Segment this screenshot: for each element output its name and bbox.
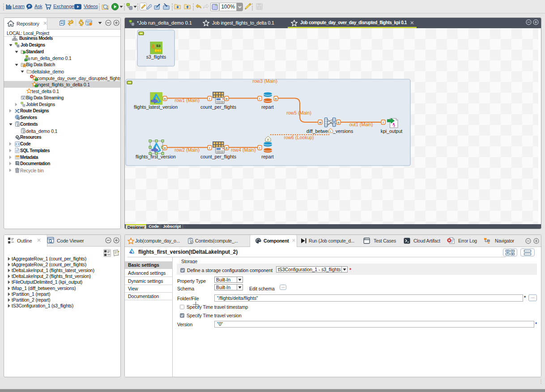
svg-text:row1 (Main): row1 (Main) bbox=[175, 98, 199, 103]
svg-text:i: i bbox=[260, 146, 260, 149]
svg-text:o: o bbox=[226, 146, 228, 149]
svg-text:flights_latest_version: flights_latest_version bbox=[134, 104, 178, 110]
svg-text:i: i bbox=[209, 146, 210, 149]
svg-text:row2 (Main): row2 (Main) bbox=[175, 147, 199, 153]
svg-text:row6 (Lookup): row6 (Lookup) bbox=[284, 135, 314, 140]
svg-text:o: o bbox=[226, 97, 228, 100]
svg-text:count_per_flights: count_per_flights bbox=[200, 154, 236, 159]
svg-text:count_per_flights: count_per_flights bbox=[200, 104, 236, 110]
svg-text:row4 (Main): row4 (Main) bbox=[231, 147, 255, 153]
svg-text:o: o bbox=[164, 97, 166, 100]
svg-text:i: i bbox=[260, 97, 260, 100]
svg-text:o: o bbox=[164, 146, 166, 149]
svg-text:i: i bbox=[383, 121, 384, 124]
svg-text:o: o bbox=[275, 97, 277, 100]
svg-text:o: o bbox=[338, 121, 340, 124]
svg-text:repart: repart bbox=[261, 104, 274, 110]
svg-text:s3_flights: s3_flights bbox=[146, 54, 166, 60]
svg-text:flights_first_version: flights_first_version bbox=[136, 154, 176, 159]
svg-text:M: M bbox=[319, 121, 321, 124]
svg-text:row3 (Main): row3 (Main) bbox=[252, 78, 277, 84]
svg-text:row5 (Main): row5 (Main) bbox=[286, 110, 311, 115]
svg-text:repart: repart bbox=[261, 154, 274, 159]
svg-text:out1 (Main): out1 (Main) bbox=[349, 122, 373, 127]
svg-text:kpi_output: kpi_output bbox=[381, 128, 403, 134]
svg-text:i: i bbox=[209, 97, 210, 100]
